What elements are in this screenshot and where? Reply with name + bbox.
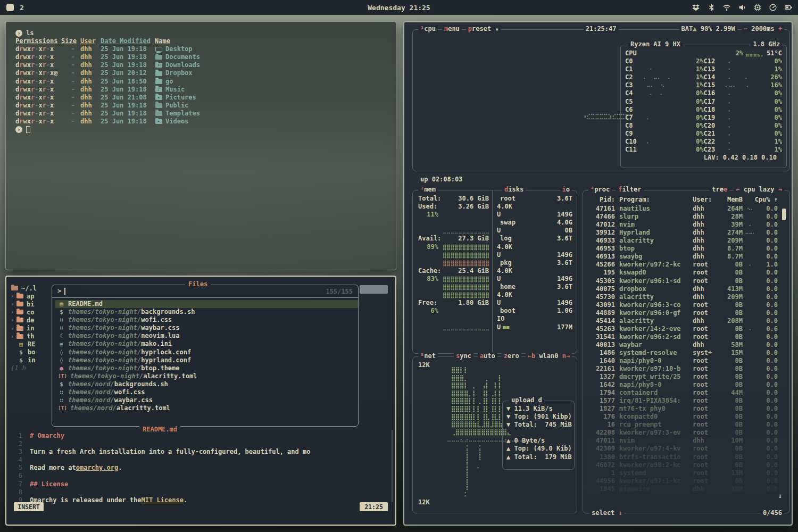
picker-item[interactable]: ◊themes/tokyo-night/hyprlock.conf xyxy=(55,348,358,356)
proc-row[interactable]: 1794containerdroot44M0.0 xyxy=(587,389,786,397)
proc-row[interactable]: 44889kworker/u96:0-gfroot0B0.0 xyxy=(587,309,786,317)
cpu-model: Ryzen AI 9 HX xyxy=(628,40,683,48)
tree-item-de[interactable]: ›de xyxy=(11,316,56,324)
editor-window[interactable]: ~/.l›ap›bi›co›de›in›th▤RE$bo$in(1 h File… xyxy=(5,276,396,526)
picker-item[interactable]: ∷themes/nord/waybar.css xyxy=(55,396,358,404)
tree-item-RE[interactable]: ▤RE xyxy=(11,340,56,348)
proc-sort-control[interactable]: ← cpu lazy → xyxy=(734,186,784,194)
proc-row[interactable]: 45414alacrittydhh208M0.0 xyxy=(587,317,786,325)
proc-tree-toggle[interactable]: tree xyxy=(710,186,729,194)
tree-item-th[interactable]: ›th xyxy=(11,332,56,340)
tree-item-co[interactable]: ›co xyxy=(11,308,56,316)
editor-scrollbar-thumb[interactable] xyxy=(360,285,388,294)
picker-item[interactable]: $themes/tokyo-night/backgrounds.sh xyxy=(55,308,358,316)
volume-icon[interactable] xyxy=(738,3,746,12)
proc-row[interactable]: 176kcompactd0root0B0.0 xyxy=(587,413,786,421)
proc-row[interactable]: 45305kworker/u96:1-sdroot0B0.0 xyxy=(587,277,786,285)
core-row-C7: C7 ⠄0% xyxy=(625,114,704,122)
picker-item[interactable]: $themes/nord/backgrounds.sh xyxy=(55,380,358,388)
terminal-window[interactable]: › ls PermissionsSizeUserDate ModifiedNam… xyxy=(5,21,396,270)
chip-icon[interactable] xyxy=(753,3,762,12)
picker-item[interactable]: ☾themes/tokyo-night/neovim.lua xyxy=(55,332,358,340)
tree-item-(1 h[interactable]: (1 h xyxy=(11,364,56,372)
proc-row[interactable]: 22161kworker/u97:10-broot0B0.0 xyxy=(587,365,786,373)
proc-row[interactable]: 1380btrfs-transactioroot0B0.0 xyxy=(587,453,786,461)
proc-row[interactable]: 46072kworker/u98:2-kcroot0B0.0 xyxy=(587,461,786,469)
proc-filter-button[interactable]: filter xyxy=(616,186,643,194)
btop-window[interactable]: ¹cpu menu preset ★ 21:25:47 BAT▲ 98% 2.9… xyxy=(403,21,793,526)
proc-row[interactable]: 47011nvimdhh10M0.0 xyxy=(587,437,786,445)
tree-item-~/.l[interactable]: ~/.l xyxy=(11,284,56,292)
battery-icon[interactable] xyxy=(784,3,793,12)
picker-item[interactable]: ∷themes/tokyo-night/waybar.css xyxy=(55,324,358,332)
picker-item[interactable]: [T]themes/nord/alacritty.toml xyxy=(55,404,358,412)
tree-item-bo[interactable]: $bo xyxy=(11,348,56,356)
proc-row[interactable]: 45730alacrittydhh209M0.0 xyxy=(587,293,786,301)
mem-row xyxy=(418,315,492,323)
net-sync-button[interactable]: sync xyxy=(454,352,473,360)
ls-header-date-modified: Date Modified xyxy=(101,37,155,45)
picker-result-count: 155/155 xyxy=(326,288,353,295)
wifi-icon[interactable] xyxy=(722,3,731,12)
preview-line: 7## License xyxy=(11,480,390,488)
picker-item[interactable]: ●themes/tokyo-night/btop.theme xyxy=(55,364,358,372)
preset-button[interactable]: preset ★ xyxy=(466,25,501,33)
proc-row[interactable]: 1642napi/phy0-0root0B0.0 xyxy=(587,381,786,389)
refresh-interval-control[interactable]: − 2000ms + xyxy=(742,25,784,33)
proc-row[interactable]: 45266kworker/u97:2-kcroot0B⠄1.0 xyxy=(587,261,786,269)
preview-line: 5Read more at omarchy.org. xyxy=(11,464,390,472)
picker-item[interactable]: ◊themes/tokyo-night/hyprland.conf xyxy=(55,356,358,364)
proc-row[interactable]: 45263kworker/14:2-everoot0B⠄0.6 xyxy=(587,325,786,333)
io-toggle[interactable]: io xyxy=(561,186,571,194)
tree-item-in[interactable]: ›in xyxy=(11,324,56,332)
proc-row[interactable]: 31541kworker/u96:2-sdroot0B0.0 xyxy=(587,333,786,341)
proc-row[interactable]: 47161nautilusdhh264M⠢⠄0.0 xyxy=(587,205,786,213)
proc-row[interactable]: 1577irq/81-PIXA3854:root0B0.0 xyxy=(587,397,786,405)
proc-row[interactable]: 1486systemd-resolvesyst+15M0.0 xyxy=(587,349,786,357)
picker-item[interactable]: [T]themes/tokyo-night/alacritty.toml xyxy=(55,372,358,380)
cpu-cores-box: Ryzen AI 9 HX 1.8 GHz CPU 2% ⣤⣤⣤⣄⡀ 51°C … xyxy=(620,45,787,168)
net-zero-button[interactable]: zero xyxy=(502,352,521,360)
top-bar: 2 Wednesday 21:25 xyxy=(0,0,798,15)
proc-row[interactable]: 40075dropboxdhh413M0.0 xyxy=(587,285,786,293)
proc-row[interactable]: 46953btopdhh8.7M0.0 xyxy=(587,245,786,253)
net-auto-button[interactable]: auto xyxy=(478,352,497,360)
proc-row[interactable]: 46913swaybgdhh8.7M0.0 xyxy=(587,253,786,261)
proc-row[interactable]: 43091kworker/u96:3-coroot0B0.0 xyxy=(587,301,786,309)
core-row-C1: C1 ⠂1% xyxy=(625,65,704,73)
picker-item[interactable]: ≡themes/tokyo-night/mako.ini xyxy=(55,340,358,348)
proc-row[interactable]: 42208kworker/u97:3-evroot0B0.0 xyxy=(587,429,786,437)
proc-select-hint[interactable]: select ↓ xyxy=(589,509,625,517)
proc-row[interactable]: 1827mt76-tx phy0root0B0.0 xyxy=(587,405,786,413)
proc-row[interactable]: 40013waybardhh58M0.0 xyxy=(587,341,786,349)
proc-row[interactable]: 1327dmcrypt_write/25root0B0.0 xyxy=(587,373,786,381)
proc-row[interactable]: 1640napi/phy0-0root0B0.0 xyxy=(587,357,786,365)
proc-scrollbar-thumb[interactable] xyxy=(782,209,786,220)
proc-row[interactable]: 42309kworker/u97:4-kvroot0B0.0 xyxy=(587,445,786,453)
proc-row[interactable]: 39912Hyprlanddhh274M⠤⠤⠄0.0 xyxy=(587,229,786,237)
net-device-switcher[interactable]: ←b wlan0 n→ xyxy=(526,352,572,360)
proc-row[interactable]: 47466slurpdhh28M0.0 xyxy=(587,213,786,221)
proc-scroll-down-arrow[interactable]: ↓ xyxy=(778,492,782,500)
net-stat-line: ▲ Total: 179 MiB xyxy=(506,453,574,461)
picker-item[interactable]: ▤README.md xyxy=(55,300,358,308)
proc-row[interactable]: 47012nvimdhh39M⠄0.0 xyxy=(587,221,786,229)
gauge-icon[interactable] xyxy=(769,3,777,12)
proc-row[interactable]: 195kswapd0root0B0.0 xyxy=(587,269,786,277)
menu-button[interactable]: menu xyxy=(442,25,462,33)
prompt-line-empty[interactable]: › xyxy=(15,126,396,134)
preview-scrollbar[interactable] xyxy=(392,430,393,502)
proc-row[interactable]: 46933alacrittydhh209M0.0 xyxy=(587,237,786,245)
bluetooth-icon[interactable] xyxy=(707,3,716,12)
tree-item-label: RE xyxy=(28,340,35,348)
picker-item[interactable]: ∷themes/nord/wofi.css xyxy=(55,388,358,396)
tree-item-in[interactable]: $in xyxy=(11,356,56,364)
picker-item[interactable]: ∷themes/tokyo-night/wofi.css xyxy=(55,316,358,324)
dropbox-icon[interactable] xyxy=(692,3,700,12)
proc-row[interactable]: 1845pipewiredhh10M0.5 xyxy=(587,485,786,493)
tree-item-ap[interactable]: ›ap xyxy=(11,292,56,300)
proc-row[interactable]: 44956kworker/u97:1-kcroot0B0.0 xyxy=(587,477,786,485)
proc-row[interactable]: 1systemdroot13M0.0 xyxy=(587,469,786,477)
tree-item-bi[interactable]: ›bi xyxy=(11,300,56,308)
proc-row[interactable]: 16rcu_preemptroot0B0.0 xyxy=(587,421,786,429)
